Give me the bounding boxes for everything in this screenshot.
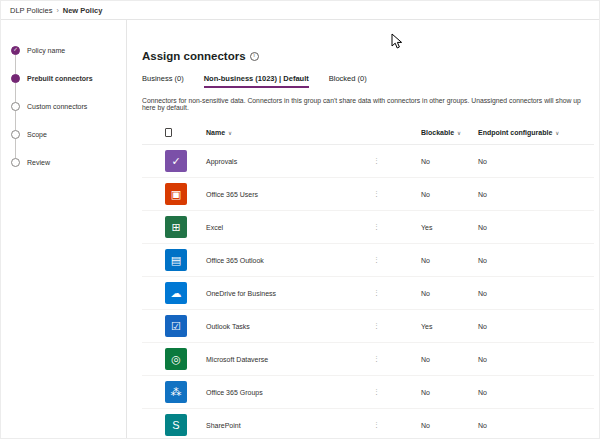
- connector-table-body: ✓Approvals⋮NoNo▣Office 365 Users⋮NoNo⊞Ex…: [142, 145, 594, 439]
- wizard-step-label: Scope: [27, 131, 47, 138]
- tab-blocked-0[interactable]: Blocked (0): [329, 74, 367, 88]
- table-row[interactable]: ☁OneDrive for Business⋮NoNo: [142, 277, 594, 310]
- step-circle-icon: [11, 130, 20, 139]
- office-365-outlook-icon: ▤: [165, 249, 187, 271]
- breadcrumb: DLP Policies › New Policy: [1, 1, 599, 20]
- connector-name: Outlook Tasks: [206, 323, 373, 330]
- row-overflow-menu-icon[interactable]: ⋮: [373, 190, 421, 198]
- connector-name: Office 365 Users: [206, 191, 373, 198]
- main-panel: Assign connectors i Business (0)Non-busi…: [127, 20, 599, 439]
- table-row[interactable]: ◎Microsoft Dataverse⋮NoNo: [142, 343, 594, 376]
- step-completed-check-icon: ✓: [11, 46, 20, 55]
- file-type-column-icon: [165, 128, 172, 137]
- connector-icon-cell: ⁂: [142, 381, 206, 403]
- row-overflow-menu-icon[interactable]: ⋮: [373, 322, 421, 330]
- blockable-value: No: [421, 422, 478, 429]
- mouse-cursor: [391, 33, 403, 51]
- excel-icon: ⊞: [165, 216, 187, 238]
- connector-icon-cell: ☑: [142, 315, 206, 337]
- endpoint-configurable-value: No: [478, 356, 594, 363]
- table-row[interactable]: ▤Office 365 Outlook⋮NoNo: [142, 244, 594, 277]
- blockable-value: Yes: [421, 224, 478, 231]
- tab-non-business-1023-default[interactable]: Non-business (1023) | Default: [204, 74, 309, 88]
- blockable-value: No: [421, 191, 478, 198]
- row-overflow-menu-icon[interactable]: ⋮: [373, 256, 421, 264]
- office-365-groups-icon: ⁂: [165, 381, 187, 403]
- content-area: ✓Policy namePrebuilt connectorsCustom co…: [1, 20, 599, 439]
- approvals-icon: ✓: [165, 150, 187, 172]
- wizard-steps: ✓Policy namePrebuilt connectorsCustom co…: [1, 20, 127, 439]
- breadcrumb-dlp-policies[interactable]: DLP Policies: [10, 6, 52, 15]
- step-current-icon: [11, 74, 20, 83]
- wizard-step-custom-connectors[interactable]: Custom connectors: [1, 92, 126, 120]
- blockable-value: No: [421, 389, 478, 396]
- dlp-policy-wizard-window: DLP Policies › New Policy ✓Policy namePr…: [0, 0, 600, 439]
- wizard-step-policy-name[interactable]: ✓Policy name: [1, 36, 126, 64]
- chevron-down-icon: ∨: [555, 130, 559, 136]
- office-365-users-icon: ▣: [165, 183, 187, 205]
- outlook-tasks-icon: ☑: [165, 315, 187, 337]
- table-row[interactable]: ▣Office 365 Users⋮NoNo: [142, 178, 594, 211]
- table-row[interactable]: ⊞Excel⋮YesNo: [142, 211, 594, 244]
- step-circle-icon: [11, 158, 20, 167]
- table-row[interactable]: ⁂Office 365 Groups⋮NoNo: [142, 376, 594, 409]
- tab-business-0[interactable]: Business (0): [142, 74, 184, 88]
- row-overflow-menu-icon[interactable]: ⋮: [373, 388, 421, 396]
- table-header: Name∨ Blockable∨ Endpoint configurable∨: [142, 121, 594, 145]
- endpoint-configurable-value: No: [478, 422, 594, 429]
- connector-icon-cell: S: [142, 414, 206, 436]
- wizard-step-label: Prebuilt connectors: [27, 75, 93, 82]
- connector-name: Office 365 Outlook: [206, 257, 373, 264]
- group-description: Connectors for non-sensitive data. Conne…: [142, 97, 599, 111]
- connector-name: Microsoft Dataverse: [206, 356, 373, 363]
- wizard-step-label: Custom connectors: [27, 103, 87, 110]
- row-overflow-menu-icon[interactable]: ⋮: [373, 355, 421, 363]
- header-name[interactable]: Name∨: [206, 129, 373, 136]
- sharepoint-icon: S: [165, 414, 187, 436]
- header-blockable[interactable]: Blockable∨: [421, 129, 478, 136]
- table-row[interactable]: SSharePoint⋮NoNo: [142, 409, 594, 439]
- row-overflow-menu-icon[interactable]: ⋮: [373, 157, 421, 165]
- wizard-step-prebuilt-connectors[interactable]: Prebuilt connectors: [1, 64, 126, 92]
- endpoint-configurable-value: No: [478, 191, 594, 198]
- connector-name: SharePoint: [206, 422, 373, 429]
- wizard-step-review[interactable]: Review: [1, 148, 126, 176]
- chevron-down-icon: ∨: [228, 130, 232, 136]
- wizard-step-scope[interactable]: Scope: [1, 120, 126, 148]
- connector-name: Office 365 Groups: [206, 389, 373, 396]
- header-filetype-cell: [142, 128, 206, 137]
- blockable-value: No: [421, 356, 478, 363]
- endpoint-configurable-value: No: [478, 389, 594, 396]
- table-row[interactable]: ✓Approvals⋮NoNo: [142, 145, 594, 178]
- endpoint-configurable-value: No: [478, 257, 594, 264]
- microsoft-dataverse-icon: ◎: [165, 348, 187, 370]
- table-row[interactable]: ☑Outlook Tasks⋮YesNo: [142, 310, 594, 343]
- breadcrumb-new-policy: New Policy: [63, 6, 103, 15]
- connector-name: OneDrive for Business: [206, 290, 373, 297]
- blockable-value: Yes: [421, 323, 478, 330]
- endpoint-configurable-value: No: [478, 290, 594, 297]
- connector-icon-cell: ✓: [142, 150, 206, 172]
- breadcrumb-separator-icon: ›: [56, 7, 58, 14]
- blockable-value: No: [421, 257, 478, 264]
- connector-icon-cell: ⊞: [142, 216, 206, 238]
- connector-table: Name∨ Blockable∨ Endpoint configurable∨ …: [142, 121, 594, 439]
- connector-icon-cell: ◎: [142, 348, 206, 370]
- header-endpoint-configurable[interactable]: Endpoint configurable∨: [478, 129, 594, 136]
- connector-icon-cell: ▣: [142, 183, 206, 205]
- info-icon[interactable]: i: [250, 52, 259, 61]
- chevron-down-icon: ∨: [457, 130, 461, 136]
- row-overflow-menu-icon[interactable]: ⋮: [373, 223, 421, 231]
- connector-icon-cell: ☁: [142, 282, 206, 304]
- page-title: Assign connectors: [142, 50, 246, 62]
- endpoint-configurable-value: No: [478, 224, 594, 231]
- step-circle-icon: [11, 102, 20, 111]
- row-overflow-menu-icon[interactable]: ⋮: [373, 289, 421, 297]
- connector-name: Excel: [206, 224, 373, 231]
- row-overflow-menu-icon[interactable]: ⋮: [373, 421, 421, 429]
- wizard-step-label: Policy name: [27, 47, 65, 54]
- wizard-step-label: Review: [27, 159, 50, 166]
- endpoint-configurable-value: No: [478, 323, 594, 330]
- tabs: Business (0)Non-business (1023) | Defaul…: [142, 74, 599, 88]
- connector-icon-cell: ▤: [142, 249, 206, 271]
